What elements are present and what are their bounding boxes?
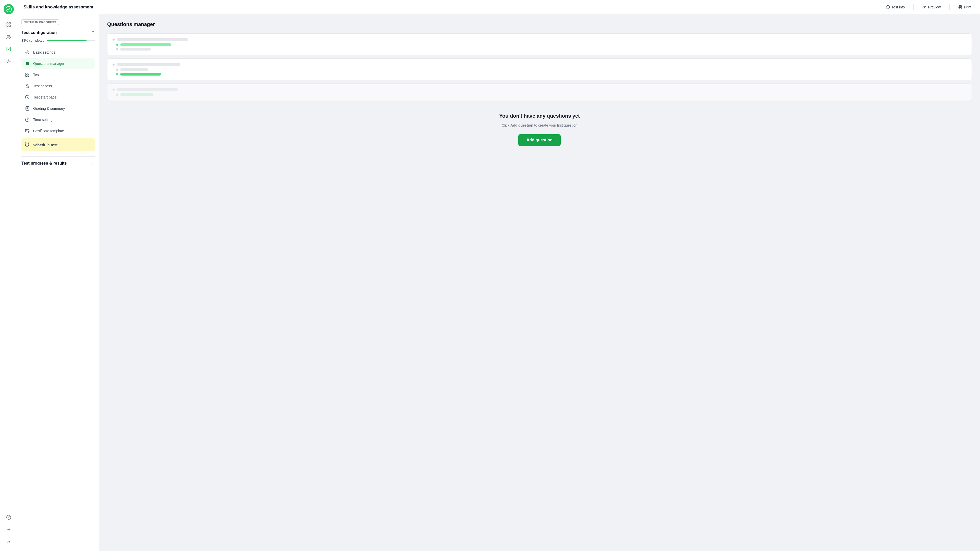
svg-line-46 [29, 143, 29, 143]
grid-dots-icon [24, 61, 30, 66]
svg-point-20 [28, 62, 29, 63]
certificate-template-label: Certificate template [33, 129, 64, 133]
circle-play-icon [24, 94, 30, 100]
schedule-test-label: Schedule test [33, 143, 58, 147]
sidebar-item-certificate-template[interactable]: Certificate template [21, 126, 95, 136]
svg-rect-2 [9, 23, 11, 24]
nav-settings[interactable] [3, 56, 14, 66]
config-chevron-icon: ⌃ [91, 30, 95, 35]
test-progress-title: Test progress & results [21, 161, 67, 166]
progress-chevron-icon: ⌄ [91, 161, 95, 166]
main-content: Questions manager [99, 14, 980, 551]
sidebar-divider [21, 156, 95, 157]
sidebar-item-questions-manager[interactable]: Questions manager [21, 58, 95, 69]
sidebar: SETUP IN PROGRESS Test configuration ⌃ 8… [18, 14, 99, 551]
sidebar-item-test-start-page[interactable]: Test start page [21, 92, 95, 103]
preview-button[interactable]: Preview [920, 3, 943, 11]
nav-assessment[interactable] [3, 44, 14, 54]
ph-dot [116, 48, 118, 50]
ph-dot-green [116, 73, 118, 75]
questions-manager-label: Questions manager [33, 62, 64, 65]
sidebar-item-basic-settings[interactable]: Basic settings [21, 47, 95, 58]
eye-icon [922, 5, 926, 9]
svg-rect-7 [6, 47, 11, 51]
svg-point-8 [8, 61, 9, 62]
test-info-button[interactable]: Test info [883, 3, 907, 11]
svg-point-25 [27, 64, 27, 65]
svg-point-17 [27, 52, 28, 53]
placeholder-card-1 [107, 33, 972, 56]
svg-rect-16 [959, 7, 961, 9]
app-logo [3, 4, 14, 14]
svg-line-43 [27, 132, 28, 133]
ph-dot [113, 64, 115, 65]
svg-rect-31 [26, 86, 29, 88]
test-sets-label: Test sets [33, 73, 47, 77]
svg-rect-3 [6, 25, 8, 27]
sidebar-item-test-sets[interactable]: Test sets [21, 69, 95, 80]
setup-badge: SETUP IN PROGRESS [21, 19, 59, 25]
svg-rect-28 [28, 73, 29, 74]
desc-suffix: to create your first question [533, 123, 577, 127]
svg-point-26 [28, 64, 29, 65]
svg-point-23 [28, 63, 29, 64]
test-config-title: Test configuration [21, 30, 57, 35]
ph-dot [113, 89, 115, 91]
info-icon [886, 5, 890, 9]
ph-line [120, 93, 153, 96]
left-navigation [0, 0, 18, 551]
ph-line [120, 48, 151, 51]
nav-users[interactable] [3, 32, 14, 42]
ph-dot [113, 38, 115, 41]
desc-prefix: Click [502, 123, 511, 127]
empty-state: You don't have any questions yet Click A… [107, 108, 972, 151]
clock-alarm-icon [24, 142, 30, 148]
logo-icon [6, 6, 12, 12]
progress-bar [47, 40, 95, 41]
progress-label: 83% completed [21, 38, 45, 42]
nav-home[interactable] [3, 19, 14, 30]
sidebar-item-test-access[interactable]: Test access [21, 81, 95, 91]
nav-back[interactable] [3, 524, 14, 535]
svg-point-6 [9, 35, 10, 37]
svg-point-18 [26, 62, 27, 63]
svg-rect-4 [9, 25, 11, 27]
svg-point-24 [26, 64, 27, 65]
placeholder-card-3 [107, 83, 972, 101]
print-label: Print [964, 5, 971, 9]
top-bar: Skills and knowledge assessment Test inf… [18, 0, 980, 14]
add-question-button[interactable]: Add question [518, 134, 561, 146]
test-info-label: Test info [891, 5, 905, 9]
ph-line-short-green [120, 73, 161, 76]
svg-point-21 [26, 63, 27, 64]
test-progress-header[interactable]: Test progress & results ⌄ [21, 160, 95, 167]
progress-row: 83% completed [21, 38, 95, 42]
nav-help[interactable] [3, 512, 14, 522]
preview-label: Preview [928, 5, 941, 9]
squares-icon [24, 72, 30, 78]
time-settings-label: Time settings [33, 118, 54, 122]
svg-rect-30 [28, 75, 29, 76]
svg-rect-27 [25, 73, 27, 74]
svg-point-10 [7, 529, 8, 530]
ph-line [117, 38, 188, 41]
page-title: Skills and knowledge assessment [24, 5, 94, 10]
print-button[interactable]: Print [956, 3, 974, 11]
svg-point-15 [924, 6, 925, 8]
grading-summary-label: Grading & summary [33, 107, 65, 110]
progress-fill [47, 40, 87, 41]
nav-expand[interactable] [3, 537, 14, 547]
certificate-icon [24, 128, 30, 134]
printer-icon [958, 5, 963, 9]
ph-dot [116, 68, 118, 71]
svg-point-14 [923, 6, 926, 8]
schedule-test-button[interactable]: Schedule test [21, 139, 95, 151]
ph-line [117, 63, 180, 66]
top-bar-actions: Test info Preview Print [883, 3, 974, 11]
desc-bold: Add question [511, 123, 533, 127]
lock-icon [24, 83, 30, 89]
sidebar-item-time-settings[interactable]: Time settings [21, 114, 95, 125]
test-config-header[interactable]: Test configuration ⌃ [21, 30, 95, 35]
sidebar-item-grading-summary[interactable]: Grading & summary [21, 103, 95, 114]
ph-line-green [120, 43, 171, 46]
